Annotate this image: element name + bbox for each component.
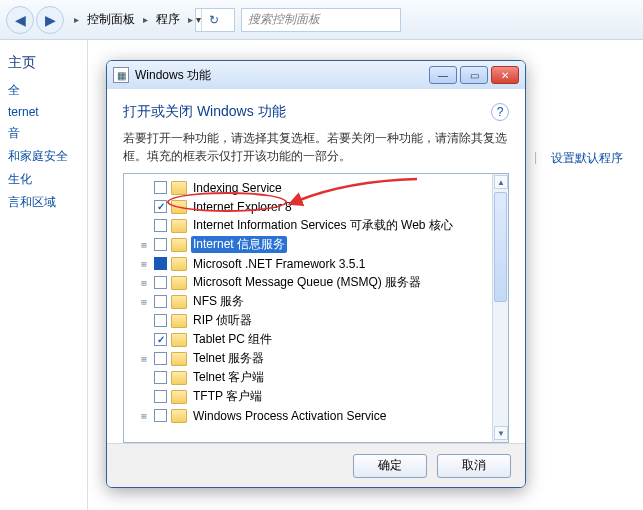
tree-node-label[interactable]: NFS 服务 xyxy=(191,293,246,310)
folder-icon xyxy=(171,352,187,366)
sidebar-item[interactable]: ternet xyxy=(8,105,81,119)
search-placeholder: 搜索控制面板 xyxy=(248,11,320,28)
expander-icon[interactable]: ⊞ xyxy=(138,411,150,421)
dialog-titlebar: ▦ Windows 功能 — ▭ ✕ xyxy=(107,61,525,89)
folder-icon xyxy=(171,276,187,290)
sidebar-item[interactable]: 言和区域 xyxy=(8,194,81,211)
scroll-thumb[interactable] xyxy=(494,192,507,302)
folder-icon xyxy=(171,219,187,233)
tree-node[interactable]: Internet Information Services 可承载的 Web 核… xyxy=(128,216,488,235)
dialog-icon: ▦ xyxy=(113,67,129,83)
tree-node-label[interactable]: Microsoft Message Queue (MSMQ) 服务器 xyxy=(191,274,423,291)
checkbox[interactable] xyxy=(154,409,167,422)
expander-icon[interactable]: ⊞ xyxy=(138,278,150,288)
folder-icon xyxy=(171,314,187,328)
tree-node-label[interactable]: Internet 信息服务 xyxy=(191,236,287,253)
checkbox[interactable] xyxy=(154,390,167,403)
checkbox[interactable] xyxy=(154,371,167,384)
tree-node[interactable]: ⊞NFS 服务 xyxy=(128,292,488,311)
link-set-default-programs[interactable]: 设置默认程序 xyxy=(551,150,623,167)
folder-icon xyxy=(171,371,187,385)
checkbox[interactable] xyxy=(154,200,167,213)
chevron-right-icon: ▸ xyxy=(74,14,79,25)
checkbox[interactable] xyxy=(154,352,167,365)
folder-icon xyxy=(171,181,187,195)
tree-node-label[interactable]: Internet Information Services 可承载的 Web 核… xyxy=(191,217,455,234)
refresh-button[interactable]: ↻ xyxy=(201,9,225,31)
expander-icon[interactable]: ⊞ xyxy=(138,259,150,269)
tree-node[interactable]: ⊞Internet 信息服务 xyxy=(128,235,488,254)
expander-icon[interactable]: ⊞ xyxy=(138,354,150,364)
tree-node-label[interactable]: Windows Process Activation Service xyxy=(191,409,388,423)
cancel-button[interactable]: 取消 xyxy=(437,454,511,478)
tree-node[interactable]: ⊞Telnet 服务器 xyxy=(128,349,488,368)
folder-icon xyxy=(171,409,187,423)
tree-node-label[interactable]: Internet Explorer 8 xyxy=(191,200,294,214)
tree-node[interactable]: Telnet 客户端 xyxy=(128,368,488,387)
back-button[interactable]: ◀ xyxy=(6,6,34,34)
tree-node-label[interactable]: RIP 侦听器 xyxy=(191,312,254,329)
tree-node-label[interactable]: Tablet PC 组件 xyxy=(191,331,274,348)
dialog-heading: 打开或关闭 Windows 功能 ? xyxy=(123,103,509,121)
folder-icon xyxy=(171,200,187,214)
dialog-description: 若要打开一种功能，请选择其复选框。若要关闭一种功能，请清除其复选框。填充的框表示… xyxy=(123,129,509,165)
sidebar: 主页 全 ternet 音 和家庭安全 生化 言和区域 xyxy=(0,40,88,510)
folder-icon xyxy=(171,333,187,347)
sidebar-item[interactable]: 和家庭安全 xyxy=(8,148,81,165)
tree-node[interactable]: ⊞Windows Process Activation Service xyxy=(128,406,488,425)
sidebar-item[interactable]: 音 xyxy=(8,125,81,142)
dialog-footer: 确定 取消 xyxy=(107,443,525,487)
sidebar-item[interactable]: 全 xyxy=(8,82,81,99)
tree-node[interactable]: Internet Explorer 8 xyxy=(128,197,488,216)
chevron-right-icon: ▸ xyxy=(188,14,193,25)
separator: | xyxy=(534,150,537,167)
scrollbar[interactable]: ▲ ▼ xyxy=(492,174,508,442)
tree-node-label[interactable]: Telnet 客户端 xyxy=(191,369,266,386)
close-button[interactable]: ✕ xyxy=(491,66,519,84)
address-bar: ◀ ▶ ▸ 控制面板 ▸ 程序 ▸ ▾ ↻ 搜索控制面板 xyxy=(0,0,643,40)
dialog-heading-text: 打开或关闭 Windows 功能 xyxy=(123,103,286,121)
tree-node[interactable]: ⊞Microsoft Message Queue (MSMQ) 服务器 xyxy=(128,273,488,292)
tree-node-label[interactable]: Telnet 服务器 xyxy=(191,350,266,367)
help-button[interactable]: ? xyxy=(491,103,509,121)
tree-node[interactable]: Indexing Service xyxy=(128,178,488,197)
folder-icon xyxy=(171,257,187,271)
checkbox[interactable] xyxy=(154,257,167,270)
checkbox[interactable] xyxy=(154,295,167,308)
sidebar-item[interactable]: 生化 xyxy=(8,171,81,188)
breadcrumb[interactable]: ▸ 控制面板 ▸ 程序 ▸ xyxy=(74,9,193,30)
tree-node[interactable]: TFTP 客户端 xyxy=(128,387,488,406)
forward-button[interactable]: ▶ xyxy=(36,6,64,34)
checkbox[interactable] xyxy=(154,276,167,289)
search-input[interactable]: 搜索控制面板 xyxy=(241,8,401,32)
maximize-button[interactable]: ▭ xyxy=(460,66,488,84)
checkbox[interactable] xyxy=(154,219,167,232)
chevron-right-icon: ▸ xyxy=(143,14,148,25)
checkbox[interactable] xyxy=(154,314,167,327)
sidebar-heading: 主页 xyxy=(8,54,81,72)
tree-node-label[interactable]: TFTP 客户端 xyxy=(191,388,264,405)
minimize-button[interactable]: — xyxy=(429,66,457,84)
tree-node[interactable]: RIP 侦听器 xyxy=(128,311,488,330)
breadcrumb-item-programs[interactable]: 程序 xyxy=(152,9,184,30)
expander-icon[interactable]: ⊞ xyxy=(138,297,150,307)
windows-features-dialog: ▦ Windows 功能 — ▭ ✕ 打开或关闭 Windows 功能 ? 若要… xyxy=(106,60,526,488)
checkbox[interactable] xyxy=(154,333,167,346)
tree-node-label[interactable]: Indexing Service xyxy=(191,181,284,195)
folder-icon xyxy=(171,238,187,252)
dialog-title: Windows 功能 xyxy=(135,67,211,84)
tree-node-label[interactable]: Microsoft .NET Framework 3.5.1 xyxy=(191,257,368,271)
expander-icon[interactable]: ⊞ xyxy=(138,240,150,250)
scroll-up-button[interactable]: ▲ xyxy=(494,175,508,189)
folder-icon xyxy=(171,295,187,309)
breadcrumb-item-control-panel[interactable]: 控制面板 xyxy=(83,9,139,30)
tree-list: Indexing ServiceInternet Explorer 8Inter… xyxy=(124,174,492,429)
checkbox[interactable] xyxy=(154,238,167,251)
scroll-down-button[interactable]: ▼ xyxy=(494,426,508,440)
tree-node[interactable]: ⊞Microsoft .NET Framework 3.5.1 xyxy=(128,254,488,273)
features-tree: Indexing ServiceInternet Explorer 8Inter… xyxy=(123,173,509,443)
checkbox[interactable] xyxy=(154,181,167,194)
folder-icon xyxy=(171,390,187,404)
ok-button[interactable]: 确定 xyxy=(353,454,427,478)
tree-node[interactable]: Tablet PC 组件 xyxy=(128,330,488,349)
